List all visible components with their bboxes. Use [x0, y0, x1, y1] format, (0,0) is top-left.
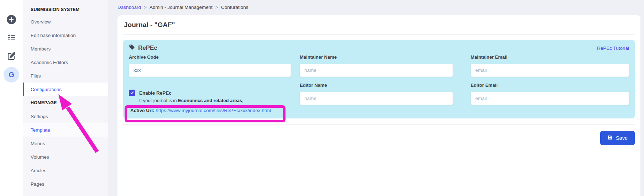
active-url-link[interactable]: https://www.myjournal.com/files/RePEc/xx… [156, 108, 271, 113]
editor-email-label: Editor Email [471, 83, 629, 88]
profile-button[interactable]: G [0, 67, 23, 83]
compose-button[interactable] [0, 52, 23, 62]
column-archive: Archive Code Enable RePEc If your journa… [129, 54, 291, 113]
breadcrumb-configurations: Confurations [221, 5, 248, 10]
maintainer-email-label: Maintainer Email [471, 54, 629, 60]
column-names: Maintainer Name Editor Name [300, 54, 453, 113]
sidebar-item-edit-base-information[interactable]: Edit base information [23, 28, 108, 42]
add-icon [7, 15, 16, 24]
breadcrumb-separator: > [215, 5, 218, 10]
breadcrumb: Dashboard > Admin - Journal Management >… [117, 5, 640, 10]
sidebar-item-menus[interactable]: Menus [23, 137, 108, 150]
save-button[interactable]: Save [600, 131, 635, 145]
content-card: Journal - "GAF" RePEc RePEc Tutorial A [117, 15, 640, 196]
title-divider [123, 34, 635, 35]
sidebar-item-files[interactable]: Files [23, 69, 108, 83]
save-icon [607, 135, 613, 141]
tasks-icon [7, 33, 16, 43]
column-emails: Maintainer Email Editor Email [462, 54, 629, 113]
sidebar-item-pages[interactable]: Pages [23, 177, 108, 191]
active-url-line: Active Url: https://www.myjournal.com/fi… [129, 108, 291, 113]
sidebar-item-volumes[interactable]: Volumes [23, 150, 108, 164]
sidebar-item-overview[interactable]: Overview [23, 15, 108, 28]
maintainer-name-input[interactable] [300, 64, 453, 77]
sidebar-item-academic-editors[interactable]: Academic Editors [23, 55, 108, 69]
active-url-label: Active Url: [130, 108, 155, 113]
archive-code-input[interactable] [129, 64, 291, 77]
enable-repec-checkbox[interactable] [129, 90, 135, 96]
sidebar-item-settings[interactable]: Settings [23, 110, 108, 123]
sidebar-item-template[interactable]: Template [23, 123, 108, 137]
icon-rail: G [0, 0, 23, 196]
breadcrumb-separator: > [144, 5, 147, 10]
enable-repec-label: Enable RePEc [139, 90, 172, 96]
sidebar-item-articles[interactable]: Articles [23, 164, 108, 177]
tasks-button[interactable] [0, 33, 23, 43]
add-button[interactable] [0, 15, 23, 24]
breadcrumb-admin-journal-management: Admin - Journal Management [150, 5, 213, 10]
app-window: G SUBMISSION SYSTEM Overview Edit base i… [0, 0, 644, 196]
avatar: G [4, 67, 19, 83]
tag-icon [129, 44, 135, 52]
repec-tutorial-link[interactable]: RePEc Tutorial [597, 46, 629, 51]
repec-panel: RePEc RePEc Tutorial Archive Code Enabl [123, 40, 635, 118]
sidebar-item-configurations[interactable]: Configurations [23, 83, 108, 96]
sidebar-section-homepage: HOMEPAGE [23, 96, 108, 110]
archive-code-label: Archive Code [129, 54, 291, 60]
maintainer-email-input[interactable] [471, 64, 629, 77]
editor-name-label: Editor Name [300, 83, 453, 88]
save-button-label: Save [616, 135, 628, 141]
maintainer-name-label: Maintainer Name [300, 54, 453, 60]
editor-name-input[interactable] [300, 92, 453, 105]
breadcrumb-dashboard[interactable]: Dashboard [117, 5, 141, 10]
main-content: Dashboard > Admin - Journal Management >… [108, 0, 644, 196]
panel-divider [123, 124, 635, 125]
sidebar-item-members[interactable]: Members [23, 42, 108, 55]
repec-title-text: RePEc [138, 44, 157, 52]
repec-heading: RePEc [129, 44, 157, 52]
sidebar-section-submission-system: SUBMISSION SYSTEM [23, 4, 108, 15]
sidebar: SUBMISSION SYSTEM Overview Edit base inf… [23, 0, 108, 196]
editor-email-input[interactable] [471, 92, 629, 105]
page-title: Journal - "GAF" [123, 21, 635, 29]
enable-repec-help: If your journal is in Economics and rela… [129, 98, 291, 103]
edit-icon [7, 52, 16, 62]
